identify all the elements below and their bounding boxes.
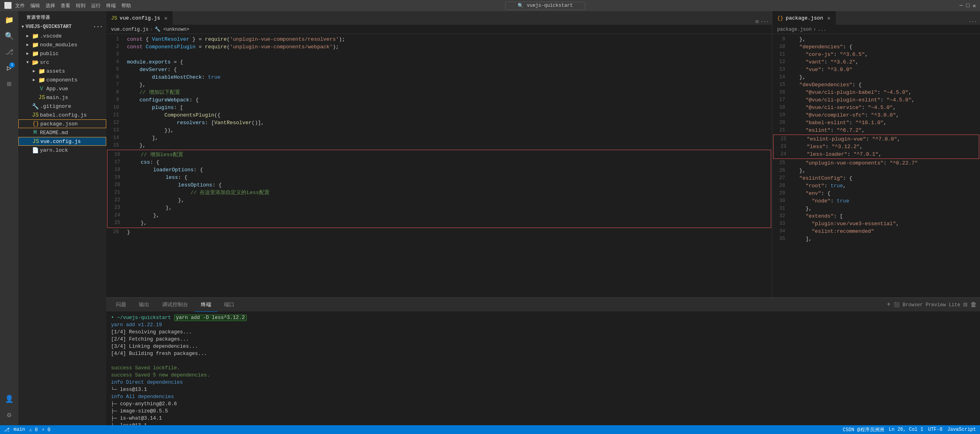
panel: 问题 输出 调试控制台 终端 端口 + ⬛ Browser Preview Li… [106, 297, 980, 425]
folder-open-icon: 📂 [32, 59, 38, 66]
sidebar-item-main-js[interactable]: JS main.js [18, 93, 106, 102]
chevron-right-icon: ▶ [33, 69, 38, 73]
chevron-right-icon: ▶ [26, 51, 31, 56]
code-line: 24 "less-loader": "^7.0.1", [774, 151, 979, 158]
breadcrumb-sep: › [150, 27, 153, 32]
sidebar-section-header[interactable]: ▼ VUEJS-QUICKSTART ··· [18, 22, 106, 32]
code-line: 1 const { VantResolver } = require('unpl… [106, 36, 772, 43]
tab-package-json[interactable]: {} package.json ✕ [772, 11, 836, 25]
left-code-editor[interactable]: 1 const { VantResolver } = require('unpl… [106, 34, 772, 297]
close-panel-icon[interactable]: 🗑 [970, 301, 977, 309]
sidebar-item-vscode[interactable]: ▶ 📁 .vscode [18, 32, 106, 40]
code-line: 15 }, [106, 142, 772, 149]
sidebar-item-public[interactable]: ▶ 📁 public [18, 49, 106, 58]
error-count: ⚠ 0 [29, 427, 38, 433]
sidebar-item-assets[interactable]: ▶ 📁 assets [18, 67, 106, 75]
folder-icon: 📁 [32, 50, 38, 57]
code-line: 26 } [106, 228, 772, 236]
titlebar-menu[interactable]: 文件 编辑 选择 查看 转到 运行 终端 帮助 [15, 2, 131, 9]
branch-name: main [14, 427, 25, 432]
breadcrumb-file: package.json [777, 27, 811, 32]
code-line: 2 const ComponentsPlugin = require('unpl… [106, 43, 772, 51]
panel-tab-output[interactable]: 输出 [133, 298, 156, 312]
run-icon[interactable]: ▷ 3 [2, 61, 16, 75]
sidebar-item-label: .gitignore [40, 103, 71, 109]
titlebar: ⬜ 文件 编辑 选择 查看 转到 运行 终端 帮助 🔍 vuejs-quicks… [0, 0, 980, 11]
extensions-icon[interactable]: ⊞ [2, 77, 16, 91]
more-actions-icon[interactable]: ··· [760, 19, 769, 25]
sidebar-item-gitignore[interactable]: 🔧 .gitignore [18, 102, 106, 111]
menu-goto[interactable]: 转到 [76, 2, 85, 9]
menu-file[interactable]: 文件 [15, 2, 25, 9]
code-line: 3 [106, 51, 772, 58]
terminal-line: [2/4] Fetching packages... [111, 336, 975, 343]
code-line: 30 "node": true [772, 197, 980, 205]
code-line: 5 devServer: { [106, 66, 772, 73]
terminal-line [111, 357, 975, 365]
code-line: 19 less: { [107, 174, 771, 181]
chevron-right-icon: ▶ [33, 77, 38, 82]
account-icon[interactable]: 👤 [2, 392, 16, 406]
sidebar-item-label: babel.config.js [40, 112, 87, 118]
code-line: 18 loaderOptions: { [107, 166, 771, 174]
sidebar-item-package-json[interactable]: {} package.json [18, 119, 106, 128]
terminal-line: ├─ copy-anything@2.0.6 [111, 400, 975, 408]
source-control-icon[interactable]: ⎇ [2, 45, 16, 59]
code-line: 8 // 增加以下配置 [106, 89, 772, 96]
vue-file-icon: V [38, 85, 45, 92]
panel-tab-debug[interactable]: 调试控制台 [156, 298, 194, 312]
menu-select[interactable]: 选择 [46, 2, 55, 9]
code-line: 32 "extends": [ [772, 212, 980, 220]
maximize-button[interactable]: □ [966, 2, 969, 9]
panel-tab-problems[interactable]: 问题 [109, 298, 133, 312]
tab-label: vue.config.js [120, 15, 160, 21]
terminal-line: └─ less@13.1 [111, 386, 975, 393]
terminal-line: info All dependencies [111, 393, 975, 400]
folder-icon: 📁 [32, 42, 38, 48]
files-icon[interactable]: 📁 [2, 13, 16, 27]
menu-view[interactable]: 查看 [61, 2, 70, 9]
sidebar-item-vue-config[interactable]: JS vue.config.js [18, 137, 106, 146]
minimize-button[interactable]: ─ [960, 2, 963, 9]
panel-tab-ports[interactable]: 端口 [218, 298, 241, 312]
terminal-line: ├─ less@13.1 [111, 422, 975, 425]
breadcrumb-file: vue.config.js [111, 27, 149, 32]
sidebar-item-readme[interactable]: M README.md [18, 128, 106, 137]
tab-vue-config[interactable]: JS vue.config.js ✕ [106, 11, 173, 25]
tab-close-button[interactable]: ✕ [827, 15, 830, 22]
sidebar-item-components[interactable]: ▶ 📁 components [18, 75, 106, 84]
titlebar-search[interactable]: 🔍 vuejs-quickstart [505, 2, 585, 10]
code-line: 23 }, [107, 204, 771, 212]
activity-bar: 📁 🔍 ⎇ ▷ 3 ⊞ 👤 ⚙ [0, 11, 18, 425]
folder-icon: 📁 [32, 33, 38, 40]
search-icon[interactable]: 🔍 [2, 29, 16, 43]
split-editor-icon[interactable]: ⊡ [756, 19, 758, 25]
sidebar-more-icon[interactable]: ··· [93, 24, 103, 30]
code-line: 27 "eslintConfig": { [772, 174, 980, 182]
sidebar-item-yarn-lock[interactable]: 📄 yarn.lock [18, 146, 106, 155]
code-line: 10 "dependencies": { [772, 43, 980, 51]
sidebar-item-node_modules[interactable]: ▶ 📁 node_modules [18, 40, 106, 49]
menu-help[interactable]: 帮助 [121, 2, 131, 9]
menu-run[interactable]: 运行 [91, 2, 101, 9]
panel-tab-terminal[interactable]: 终端 [194, 298, 218, 312]
code-line: 12 resolvers: [VantResolver()], [106, 119, 772, 127]
more-actions-icon[interactable]: ··· [968, 19, 977, 25]
sidebar-item-babel[interactable]: JS babel.config.js [18, 111, 106, 119]
split-panel-icon[interactable]: ⊡ [963, 301, 967, 309]
menu-edit[interactable]: 编辑 [30, 2, 40, 9]
code-line: 31 }, [772, 205, 980, 212]
titlebar-controls[interactable]: ─ □ ✕ [960, 2, 976, 9]
code-line: 9 }, [772, 36, 980, 43]
add-terminal-icon[interactable]: + [887, 301, 891, 308]
sidebar-item-app-vue[interactable]: V App.vue [18, 84, 106, 93]
sidebar-item-src[interactable]: ▼ 📂 src [18, 58, 106, 67]
settings-icon[interactable]: ⚙ [2, 408, 16, 422]
tab-close-button[interactable]: ✕ [164, 15, 167, 22]
terminal-content[interactable]: • ~/vuejs-quickstart yarn add -D less^3.… [106, 312, 980, 425]
right-code-editor[interactable]: 9 }, 10 "dependencies": { 11 "core-js": … [772, 34, 980, 297]
close-button[interactable]: ✕ [973, 2, 976, 9]
terminal-line: ├─ is-what@3.14.1 [111, 415, 975, 422]
terminal-line: [1/4] Resolving packages... [111, 329, 975, 336]
menu-terminal[interactable]: 终端 [106, 2, 116, 9]
